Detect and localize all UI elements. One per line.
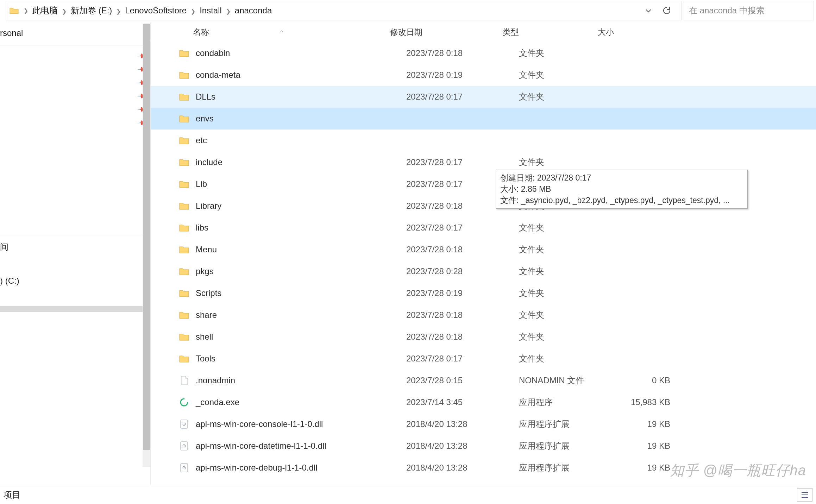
quick-access-header[interactable]: rsonal <box>0 25 150 42</box>
file-name: Lib <box>196 179 406 189</box>
search-input[interactable]: 在 anaconda 中搜索 <box>684 1 814 20</box>
quick-access-item[interactable]: 📌 <box>0 49 150 62</box>
file-row[interactable]: pkgs2023/7/28 0:28文件夹 <box>151 260 816 282</box>
chevron-right-icon: ❯ <box>62 8 67 14</box>
file-row[interactable]: condabin2023/7/28 0:18文件夹 <box>151 42 816 64</box>
breadcrumb-item[interactable]: 新加卷 (E:) <box>69 5 114 16</box>
file-type: 应用程序扩展 <box>519 462 617 473</box>
file-name: etc <box>196 136 406 145</box>
file-row[interactable]: etc <box>151 130 816 151</box>
file-type: 应用程序扩展 <box>519 418 617 430</box>
file-modified: 2018/4/20 13:28 <box>406 441 519 451</box>
file-size: 0 KB <box>617 376 670 385</box>
col-name[interactable]: 名称 <box>193 27 209 38</box>
file-name: condabin <box>196 48 406 58</box>
quick-access-item[interactable]: 📌 <box>0 89 150 102</box>
svg-point-0 <box>181 399 188 406</box>
file-modified: 2023/7/28 0:28 <box>406 266 519 276</box>
quick-access-item[interactable]: 📌 <box>0 116 150 129</box>
file-row[interactable]: conda-meta2023/7/28 0:19文件夹 <box>151 64 816 86</box>
nav-tree-item[interactable] <box>0 306 150 312</box>
nav-tree-item[interactable]: 间 <box>0 239 150 256</box>
breadcrumb-item[interactable]: 此电脑 <box>30 5 60 16</box>
file-row[interactable]: share2023/7/28 0:18文件夹 <box>151 304 816 326</box>
file-type: 文件夹 <box>519 309 617 321</box>
file-name: .nonadmin <box>196 376 406 385</box>
file-modified: 2023/7/28 0:17 <box>406 354 519 364</box>
column-headers[interactable]: 名称⌃ 修改日期 类型 大小 <box>151 23 816 42</box>
dll-icon <box>179 463 189 473</box>
file-modified: 2023/7/28 0:19 <box>406 70 519 80</box>
col-size[interactable]: 大小 <box>598 27 654 38</box>
file-name: api-ms-win-core-datetime-l1-1-0.dll <box>196 441 406 451</box>
folder-icon <box>179 289 189 297</box>
file-name: share <box>196 310 406 320</box>
folder-icon <box>179 267 189 276</box>
file-name: shell <box>196 332 406 342</box>
file-type: 文件夹 <box>519 91 617 102</box>
svg-point-3 <box>184 424 185 425</box>
file-modified: 2023/7/28 0:18 <box>406 48 519 58</box>
file-row[interactable]: Menu2023/7/28 0:18文件夹 <box>151 239 816 260</box>
breadcrumb-item[interactable]: LenovoSoftstore <box>123 5 189 16</box>
folder-icon <box>179 49 189 57</box>
file-modified: 2023/7/28 0:17 <box>406 92 519 102</box>
dll-icon <box>179 419 189 429</box>
file-row[interactable]: api-ms-win-core-console-l1-1-0.dll2018/4… <box>151 413 816 435</box>
folder-icon <box>179 93 189 101</box>
history-dropdown[interactable] <box>645 7 652 14</box>
file-type: 应用程序 <box>519 397 617 408</box>
refresh-button[interactable] <box>662 6 671 15</box>
col-modified[interactable]: 修改日期 <box>390 27 503 38</box>
file-row[interactable]: api-ms-win-core-debug-l1-1-0.dll2018/4/2… <box>151 457 816 479</box>
file-row[interactable]: .nonadmin2023/7/28 0:15NONADMIN 文件0 KB <box>151 370 816 391</box>
file-row[interactable]: Tools2023/7/28 0:17文件夹 <box>151 348 816 370</box>
folder-tooltip: 创建日期: 2023/7/28 0:17 大小: 2.86 MB 文件: _as… <box>496 170 748 209</box>
folder-icon <box>179 180 189 188</box>
folder-icon <box>9 5 19 16</box>
file-type: NONADMIN 文件 <box>519 375 617 386</box>
folder-icon <box>179 202 189 210</box>
file-type: 文件夹 <box>519 157 617 168</box>
breadcrumb[interactable]: ❯ 此电脑❯新加卷 (E:)❯LenovoSoftstore❯Install❯a… <box>6 1 682 20</box>
file-name: Scripts <box>196 288 406 298</box>
file-row[interactable]: shell2023/7/28 0:18文件夹 <box>151 326 816 348</box>
folder-icon <box>179 311 189 319</box>
file-row[interactable]: envs <box>151 108 816 130</box>
file-modified: 2023/7/28 0:19 <box>406 288 519 298</box>
file-name: api-ms-win-core-debug-l1-1-0.dll <box>196 463 406 473</box>
file-row[interactable]: libs2023/7/28 0:17文件夹 <box>151 217 816 239</box>
file-type: 文件夹 <box>519 69 617 81</box>
nav-tree-item[interactable]: ) (C:) <box>0 273 150 289</box>
file-modified: 2023/7/28 0:15 <box>406 376 519 385</box>
file-name: libs <box>196 223 406 233</box>
file-row[interactable]: _conda.exe2023/7/14 3:45应用程序15,983 KB <box>151 391 816 413</box>
status-text: 项目 <box>4 489 20 500</box>
quick-access-item[interactable]: 📌 <box>0 62 150 76</box>
file-row[interactable]: api-ms-win-core-datetime-l1-1-0.dll2018/… <box>151 435 816 457</box>
quick-access-item[interactable]: 📌 <box>0 102 150 116</box>
breadcrumb-item[interactable]: Install <box>197 5 224 16</box>
file-size: 19 KB <box>617 463 670 473</box>
details-view-button[interactable] <box>797 488 812 502</box>
quick-access-item[interactable]: 📌 <box>0 76 150 89</box>
file-row[interactable]: Scripts2023/7/28 0:19文件夹 <box>151 282 816 304</box>
file-type: 文件夹 <box>519 353 617 364</box>
folder-icon <box>179 354 189 363</box>
file-type: 文件夹 <box>519 48 617 59</box>
file-type: 文件夹 <box>519 266 617 277</box>
file-modified: 2018/4/20 13:28 <box>406 419 519 429</box>
file-row[interactable]: DLLs2023/7/28 0:17文件夹 <box>151 86 816 108</box>
chevron-right-icon: ❯ <box>191 8 195 14</box>
col-type[interactable]: 类型 <box>503 27 598 38</box>
navigation-pane: rsonal 📌📌📌📌📌📌 间) (C:) <box>0 23 151 485</box>
breadcrumb-item[interactable]: anaconda <box>233 5 274 16</box>
file-size: 19 KB <box>617 441 670 451</box>
file-type: 文件夹 <box>519 244 617 255</box>
address-bar: ❯ 此电脑❯新加卷 (E:)❯LenovoSoftstore❯Install❯a… <box>0 0 816 21</box>
svg-point-9 <box>184 467 185 468</box>
file-size: 15,983 KB <box>617 397 670 407</box>
file-name: include <box>196 157 406 167</box>
file-type: 文件夹 <box>519 288 617 299</box>
sidebar-scrollbar[interactable] <box>143 23 150 467</box>
